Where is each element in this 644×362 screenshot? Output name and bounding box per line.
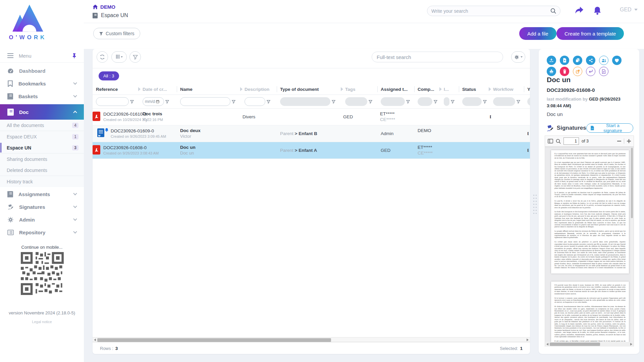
workflow-filter-input[interactable] bbox=[493, 97, 515, 106]
legal-notice-link[interactable]: Legal notice bbox=[0, 320, 84, 324]
funnel-icon[interactable] bbox=[406, 100, 410, 104]
type-filter-input[interactable] bbox=[280, 97, 330, 106]
column-header-tags[interactable]: Tags bbox=[342, 84, 377, 95]
funnel-icon[interactable] bbox=[332, 100, 335, 104]
share-button[interactable] bbox=[575, 6, 584, 15]
sidebar-item-bookmarks[interactable]: Bookmarks bbox=[0, 77, 84, 90]
scrollbar-thumb[interactable] bbox=[631, 148, 633, 218]
add-file-button[interactable]: Add a file bbox=[519, 27, 556, 40]
column-header-status[interactable]: Status bbox=[459, 84, 490, 95]
table-row-selected[interactable]: DOC230926-01608-0 Created on 9/26/2023 3… bbox=[93, 142, 530, 159]
column-header-type[interactable]: Type of document bbox=[277, 84, 342, 95]
name-filter-input[interactable] bbox=[183, 99, 227, 104]
funnel-icon[interactable] bbox=[130, 100, 134, 104]
sidebar-subitem-history-track[interactable]: History track bbox=[0, 176, 84, 187]
column-header-description[interactable]: Description bbox=[241, 84, 277, 95]
custom-filters-button[interactable]: Custom filters bbox=[93, 28, 140, 39]
column-header-reference[interactable]: Reference bbox=[93, 84, 139, 95]
status-filter-input[interactable] bbox=[462, 97, 482, 106]
sidebar-subitem-espace-un[interactable]: Espace UN 3 bbox=[0, 142, 84, 153]
assigned-filter-input[interactable] bbox=[381, 97, 405, 106]
calendar-icon[interactable] bbox=[156, 100, 159, 103]
sidebar-item-signatures[interactable]: Signatures bbox=[0, 200, 84, 213]
column-header-assigned[interactable]: Assigned t... bbox=[377, 84, 414, 95]
refresh-button[interactable] bbox=[97, 51, 108, 63]
download-button[interactable] bbox=[547, 56, 556, 65]
sidebar-item-assignments[interactable]: Assignments bbox=[0, 188, 84, 200]
user-menu[interactable]: GED bbox=[620, 7, 638, 13]
description-filter-input[interactable] bbox=[248, 99, 262, 104]
scroll-right-arrow[interactable] bbox=[527, 339, 529, 341]
fulltext-search-input[interactable] bbox=[377, 54, 498, 60]
document-info-button[interactable] bbox=[599, 67, 608, 76]
funnel-icon[interactable] bbox=[369, 100, 372, 104]
date-filter-input[interactable]: mm/d bbox=[143, 97, 164, 106]
return-button[interactable] bbox=[586, 67, 595, 76]
scroll-left-arrow[interactable] bbox=[546, 343, 548, 346]
global-search[interactable] bbox=[427, 6, 560, 16]
table-row[interactable]: DOC230926-01610-3 Created on 10/28/2024 … bbox=[93, 109, 530, 125]
i-filter-input[interactable] bbox=[444, 97, 449, 106]
scroll-right-arrow[interactable] bbox=[630, 343, 632, 346]
pin-icon[interactable] bbox=[72, 53, 76, 58]
column-header-i[interactable]: I... bbox=[440, 84, 459, 95]
sidebar-item-dashboard[interactable]: Dashboard bbox=[0, 64, 84, 77]
pdf-horizontal-scrollbar[interactable] bbox=[545, 342, 634, 347]
favorite-button[interactable] bbox=[612, 56, 622, 65]
sidebar-subitem-all-documents[interactable]: All the documents 4 bbox=[0, 120, 84, 131]
zoom-in-button[interactable] bbox=[627, 139, 631, 143]
sidebar-item-admin[interactable]: Admin bbox=[0, 213, 84, 226]
search-icon[interactable] bbox=[550, 8, 556, 14]
y-filter-input[interactable] bbox=[527, 97, 530, 106]
column-header-workflow[interactable]: Workflow bbox=[490, 84, 524, 95]
pdf-vertical-scrollbar[interactable] bbox=[631, 148, 633, 342]
funnel-icon[interactable] bbox=[434, 100, 437, 104]
scroll-left-arrow[interactable] bbox=[94, 339, 96, 341]
sidebar-subitem-espace-deux[interactable]: Espace DEUX 1 bbox=[0, 131, 84, 142]
pdf-search-icon[interactable] bbox=[556, 139, 561, 144]
create-from-template-button[interactable]: Create from a template bbox=[556, 27, 624, 40]
zoom-out-button[interactable] bbox=[617, 141, 621, 141]
fulltext-search[interactable] bbox=[372, 52, 503, 62]
column-header-y[interactable]: Y... bbox=[524, 84, 530, 95]
stamp-button[interactable] bbox=[547, 67, 556, 76]
funnel-icon[interactable] bbox=[165, 100, 169, 104]
funnel-icon[interactable] bbox=[267, 100, 270, 104]
column-header-name[interactable]: Name bbox=[177, 84, 241, 95]
sidebar-toggle-icon[interactable] bbox=[548, 139, 553, 143]
menu-toggle[interactable]: Menu bbox=[0, 50, 84, 62]
duplicate-button[interactable] bbox=[573, 56, 582, 65]
filter-toggle-button[interactable] bbox=[129, 51, 141, 63]
sidebar-subitem-sharing-documents[interactable]: Sharing documents bbox=[0, 154, 84, 165]
name-filter-input[interactable] bbox=[180, 97, 230, 106]
reference-filter-input[interactable] bbox=[99, 99, 126, 104]
sidebar-item-doc[interactable]: Doc bbox=[0, 104, 84, 120]
scrollbar-thumb[interactable] bbox=[550, 343, 600, 346]
start-signature-button[interactable]: Start a signature bbox=[586, 123, 633, 133]
notifications-button[interactable] bbox=[593, 6, 602, 15]
global-search-input[interactable] bbox=[431, 8, 550, 14]
tags-filter-input[interactable] bbox=[345, 97, 367, 106]
columns-button[interactable] bbox=[111, 51, 127, 63]
funnel-icon[interactable] bbox=[232, 100, 235, 104]
funnel-icon[interactable] bbox=[483, 100, 487, 104]
column-header-date[interactable]: Date of cr... bbox=[139, 84, 177, 95]
funnel-icon[interactable] bbox=[517, 100, 520, 104]
tab-all-documents[interactable]: All : 3 bbox=[99, 71, 119, 80]
table-horizontal-scrollbar[interactable] bbox=[93, 337, 530, 342]
table-settings-button[interactable] bbox=[511, 51, 525, 63]
pdf-content[interactable]: Il y a aujourd'hui trois cent quarante-h… bbox=[545, 147, 634, 342]
scrollbar-thumb[interactable] bbox=[97, 338, 331, 342]
comp-filter-input[interactable] bbox=[418, 97, 432, 106]
funnel-icon[interactable] bbox=[451, 100, 454, 104]
column-header-comp[interactable]: Comp... bbox=[414, 84, 440, 95]
share-document-button[interactable] bbox=[586, 56, 595, 65]
reference-filter-input[interactable] bbox=[96, 97, 129, 106]
breadcrumb-root[interactable]: DEMO bbox=[93, 4, 115, 10]
description-filter-input[interactable] bbox=[245, 97, 265, 106]
pdf-page-input[interactable] bbox=[564, 137, 579, 145]
open-external-button[interactable] bbox=[573, 67, 582, 76]
delete-button[interactable] bbox=[560, 67, 569, 76]
table-row[interactable]: DOC230926-01609-0 Created on 9/26/2023 3… bbox=[93, 125, 530, 142]
sidebar-subitem-deleted-documents[interactable]: Deleted documents bbox=[0, 165, 84, 176]
